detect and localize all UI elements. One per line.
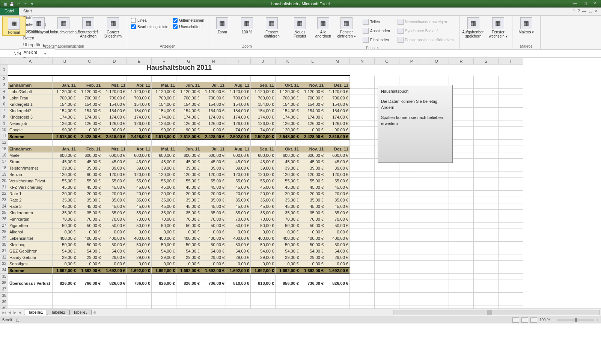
cell[interactable] <box>474 280 499 286</box>
cell[interactable]: 1.692,00 € <box>127 267 152 274</box>
cell[interactable] <box>499 254 523 261</box>
cell[interactable]: 0,00 € <box>127 261 152 267</box>
cell[interactable]: 1.120,00 € <box>325 89 350 95</box>
cell[interactable] <box>375 197 399 203</box>
cell[interactable] <box>375 261 399 267</box>
cell[interactable] <box>499 293 523 299</box>
cell[interactable]: Versicherung Privat <box>8 178 53 184</box>
cell[interactable]: 600,00 € <box>127 152 152 159</box>
cell[interactable]: 174,00 € <box>127 114 152 120</box>
cell[interactable] <box>350 140 375 146</box>
cell[interactable]: 120,00 € <box>325 171 350 178</box>
cell[interactable] <box>424 76 449 82</box>
cell[interactable]: 35,00 € <box>201 210 226 216</box>
cell[interactable] <box>350 146 375 152</box>
cell[interactable]: 1.662,00 € <box>77 267 102 274</box>
new-sheet-icon[interactable]: ⊕ <box>92 310 97 314</box>
cell[interactable]: 54,00 € <box>77 248 102 254</box>
cell[interactable] <box>276 140 300 146</box>
cell[interactable] <box>350 101 375 108</box>
row-header[interactable]: 21 <box>0 184 8 191</box>
cell[interactable] <box>499 89 523 95</box>
cell[interactable] <box>499 95 523 101</box>
cell[interactable]: Handy Gebühr <box>8 254 53 261</box>
cell[interactable] <box>226 140 251 146</box>
cell[interactable] <box>350 261 375 267</box>
cell[interactable] <box>474 286 499 293</box>
ribbon-tab-start[interactable]: Start <box>19 8 55 14</box>
cell[interactable] <box>424 280 449 286</box>
cell[interactable]: 154,00 € <box>201 108 226 114</box>
cell[interactable]: 0,00 € <box>102 229 127 235</box>
ribbon-btn-makros-[interactable]: ▦Makros ▾ <box>515 17 538 35</box>
ribbon-btn-teilen[interactable]: Teilen <box>361 18 392 26</box>
cell[interactable] <box>399 261 424 267</box>
cell[interactable] <box>474 223 499 229</box>
cell[interactable] <box>375 223 399 229</box>
cell[interactable] <box>375 235 399 242</box>
cell[interactable]: Sep. 11 <box>251 82 276 89</box>
cell[interactable]: 154,00 € <box>127 101 152 108</box>
cell[interactable] <box>375 248 399 254</box>
cell[interactable] <box>325 293 350 299</box>
cell[interactable]: 1.120,00 € <box>176 89 201 95</box>
cell[interactable]: 2.428,00 € <box>77 133 102 140</box>
cell[interactable]: 700,00 € <box>276 95 300 101</box>
cell[interactable]: 29,00 € <box>251 254 276 261</box>
cell[interactable]: 70,00 € <box>176 216 201 223</box>
cell[interactable]: 0,00 € <box>152 229 176 235</box>
cell[interactable]: 50,00 € <box>251 223 276 229</box>
cell[interactable] <box>449 248 474 254</box>
cell[interactable]: 400,00 € <box>251 235 276 242</box>
cell[interactable] <box>474 267 499 274</box>
cell[interactable] <box>474 95 499 101</box>
cell[interactable] <box>77 286 102 293</box>
cell[interactable] <box>350 159 375 165</box>
row-header[interactable]: 39 <box>0 299 8 305</box>
row-header[interactable]: 10 <box>0 127 8 133</box>
cell[interactable]: 35,00 € <box>77 197 102 203</box>
cell[interactable] <box>399 76 424 82</box>
cell[interactable]: 39,00 € <box>251 165 276 171</box>
cell[interactable]: 35,00 € <box>325 197 350 203</box>
info-textbox[interactable]: Haushaltsbuch: Die Daten Können Sie beli… <box>378 85 453 163</box>
col-header-C[interactable]: C <box>77 58 102 65</box>
cell[interactable]: 856,00 € <box>276 280 300 286</box>
col-header-M[interactable]: M <box>325 58 350 65</box>
row-header[interactable]: 20 <box>0 178 8 184</box>
cell[interactable]: 20,00 € <box>53 191 77 197</box>
cell[interactable]: 45,00 € <box>251 203 276 210</box>
cell[interactable]: 826,00 € <box>176 280 201 286</box>
cell[interactable] <box>499 146 523 152</box>
cell[interactable] <box>350 95 375 101</box>
cell[interactable] <box>375 65 399 76</box>
cell[interactable] <box>499 305 523 308</box>
cell[interactable] <box>449 280 474 286</box>
cell[interactable]: 1.692,00 € <box>53 267 77 274</box>
cell[interactable]: 154,00 € <box>152 101 176 108</box>
cell[interactable] <box>499 286 523 293</box>
cell[interactable]: 45,00 € <box>201 159 226 165</box>
cell[interactable]: 29,00 € <box>53 254 77 261</box>
cell[interactable]: 50,00 € <box>276 242 300 248</box>
cell[interactable] <box>375 293 399 299</box>
cell[interactable]: Miete <box>8 152 53 159</box>
cell[interactable]: 50,00 € <box>300 242 325 248</box>
sheet-tab-tabelle2[interactable]: Tabelle2 <box>47 310 69 315</box>
cell[interactable]: 174,00 € <box>176 114 201 120</box>
cell[interactable] <box>499 191 523 197</box>
cell[interactable] <box>102 140 127 146</box>
cell[interactable] <box>251 293 276 299</box>
cell[interactable]: 1.120,00 € <box>300 89 325 95</box>
row-header[interactable]: 17 <box>0 159 8 165</box>
cell[interactable] <box>424 184 449 191</box>
cell[interactable]: 45,00 € <box>201 184 226 191</box>
cell[interactable]: Kindergarten <box>8 210 53 216</box>
cell[interactable] <box>424 165 449 171</box>
cell[interactable]: 29,00 € <box>276 254 300 261</box>
col-header-F[interactable]: F <box>152 58 176 65</box>
cell[interactable]: 174,00 € <box>251 114 276 120</box>
cell[interactable]: 35,00 € <box>152 210 176 216</box>
cell[interactable] <box>300 305 325 308</box>
cell[interactable]: Lebensmittel <box>8 235 53 242</box>
